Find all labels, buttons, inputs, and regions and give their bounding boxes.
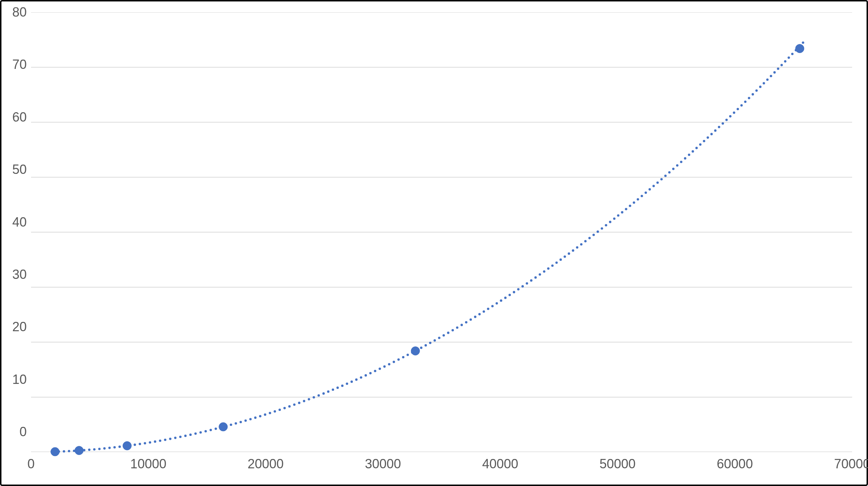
svg-point-62 [279,408,281,411]
svg-point-177 [766,78,769,81]
svg-point-172 [748,97,750,99]
svg-point-83 [379,368,381,370]
svg-point-34 [139,443,141,445]
svg-point-82 [374,370,377,372]
x-tick-label: 40000 [482,456,518,472]
svg-point-151 [668,171,671,174]
svg-point-63 [284,407,286,410]
svg-point-161 [707,136,709,139]
svg-point-44 [189,434,192,436]
svg-point-59 [264,413,267,416]
svg-point-42 [179,436,182,438]
svg-point-180 [777,67,780,70]
data-point [123,441,131,450]
data-point [219,422,228,431]
svg-point-155 [684,157,687,160]
svg-point-30 [118,446,121,448]
svg-point-68 [308,398,310,400]
svg-point-100 [456,327,459,329]
svg-point-107 [487,308,490,310]
svg-point-72 [327,390,330,393]
plot-column: 010000200003000040000500006000070000 [31,12,852,477]
svg-point-37 [154,441,157,443]
svg-point-61 [274,410,276,413]
svg-point-115 [521,285,524,288]
svg-point-166 [725,119,728,121]
plot-area [31,12,852,452]
svg-point-126 [568,253,570,255]
svg-point-158 [696,147,698,149]
x-tick-label: 20000 [247,456,284,472]
svg-point-157 [692,150,694,153]
svg-point-24 [88,448,91,451]
svg-point-125 [564,255,566,258]
svg-point-102 [465,321,468,324]
x-tick-label: 70000 [834,456,868,472]
x-tick-label: 60000 [717,456,753,472]
svg-point-40 [169,438,172,440]
svg-point-187 [802,41,805,44]
svg-point-35 [144,442,146,445]
y-tick-label: 40 [12,216,27,229]
svg-point-65 [293,403,296,406]
svg-point-104 [474,316,477,318]
svg-point-117 [530,279,532,282]
svg-point-114 [517,288,520,290]
svg-point-106 [483,310,485,313]
svg-point-89 [407,354,409,356]
svg-point-96 [438,337,440,339]
svg-point-92 [420,347,422,349]
svg-point-118 [534,276,537,279]
svg-point-169 [737,108,739,110]
svg-point-142 [633,201,635,204]
svg-point-73 [332,389,334,391]
svg-point-52 [230,424,232,426]
svg-point-164 [718,126,720,128]
svg-point-70 [317,394,320,397]
svg-point-182 [784,60,786,63]
svg-point-138 [617,214,619,217]
svg-point-48 [210,429,212,432]
svg-point-129 [580,243,583,246]
x-tick-label: 0 [27,456,35,472]
svg-point-66 [298,402,301,404]
svg-point-133 [597,231,599,233]
svg-point-53 [234,422,237,425]
svg-point-97 [443,334,445,337]
svg-point-79 [360,376,363,379]
svg-point-99 [452,329,454,332]
svg-point-140 [625,208,627,210]
svg-point-56 [249,418,252,420]
svg-point-127 [572,249,574,252]
marker-layer [31,12,852,452]
svg-point-67 [303,400,306,402]
svg-point-26 [98,448,101,450]
y-tick-label: 70 [12,58,27,71]
svg-point-165 [722,122,724,125]
svg-point-86 [393,361,395,363]
svg-point-105 [478,313,481,316]
svg-point-111 [504,297,507,299]
data-point [795,44,804,53]
svg-point-47 [205,430,207,433]
svg-point-175 [759,86,762,88]
svg-point-149 [660,178,663,180]
svg-point-85 [388,363,390,365]
y-tick-label: 50 [12,163,27,176]
svg-point-109 [496,302,498,305]
svg-point-110 [500,299,503,302]
svg-point-28 [108,447,111,449]
y-tick-label: 30 [12,268,27,281]
svg-point-143 [637,198,639,201]
svg-point-55 [245,419,247,422]
svg-point-45 [194,432,197,435]
svg-point-135 [605,224,608,227]
svg-point-60 [269,412,271,414]
svg-point-173 [751,93,754,96]
svg-point-119 [539,273,541,276]
svg-point-170 [740,104,743,107]
svg-point-134 [601,227,603,230]
x-tick-label: 50000 [600,456,636,472]
svg-point-76 [346,382,348,385]
svg-point-36 [149,441,152,444]
